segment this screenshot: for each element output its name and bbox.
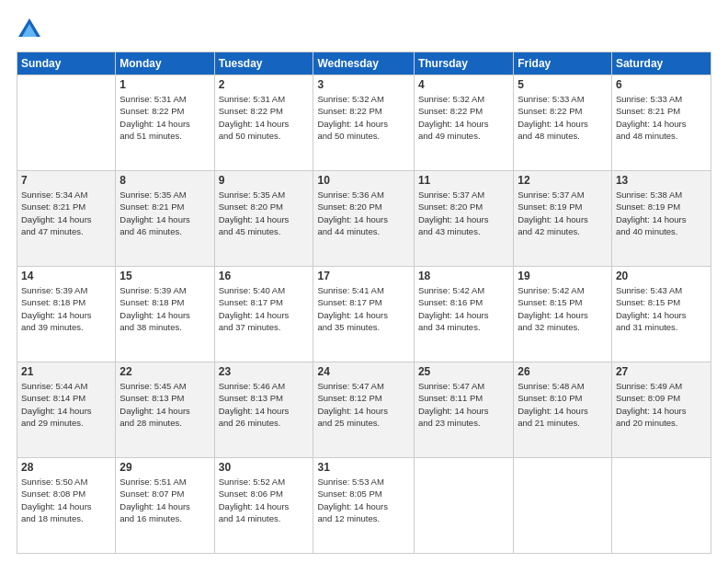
calendar-cell: 14Sunrise: 5:39 AMSunset: 8:18 PMDayligh…	[17, 267, 116, 362]
day-info: Sunrise: 5:52 AMSunset: 8:06 PMDaylight:…	[219, 476, 310, 524]
calendar-cell: 13Sunrise: 5:38 AMSunset: 8:19 PMDayligh…	[611, 171, 711, 267]
day-info: Sunrise: 5:31 AMSunset: 8:22 PMDaylight:…	[119, 93, 210, 142]
day-info: Sunrise: 5:43 AMSunset: 8:15 PMDaylight:…	[616, 284, 707, 333]
calendar-cell	[611, 458, 711, 554]
day-info: Sunrise: 5:32 AMSunset: 8:22 PMDaylight:…	[418, 93, 509, 142]
calendar-cell: 1Sunrise: 5:31 AMSunset: 8:22 PMDaylight…	[116, 75, 214, 171]
day-number: 7	[21, 174, 111, 187]
header-cell-sunday: Sunday	[17, 52, 116, 75]
day-info: Sunrise: 5:53 AMSunset: 8:05 PMDaylight:…	[317, 476, 409, 524]
calendar-cell: 25Sunrise: 5:47 AMSunset: 8:11 PMDayligh…	[414, 362, 513, 458]
day-number: 25	[418, 365, 509, 378]
day-number: 16	[219, 270, 310, 282]
day-number: 26	[518, 365, 608, 378]
day-number: 12	[518, 174, 608, 187]
day-number: 2	[219, 78, 310, 91]
calendar-cell: 16Sunrise: 5:40 AMSunset: 8:17 PMDayligh…	[214, 267, 313, 362]
day-info: Sunrise: 5:40 AMSunset: 8:17 PMDaylight:…	[219, 284, 310, 333]
calendar-table: SundayMondayTuesdayWednesdayThursdayFrid…	[17, 52, 711, 554]
day-info: Sunrise: 5:41 AMSunset: 8:17 PMDaylight:…	[317, 284, 409, 333]
day-number: 5	[518, 78, 608, 91]
day-info: Sunrise: 5:33 AMSunset: 8:21 PMDaylight:…	[616, 93, 707, 142]
header-cell-thursday: Thursday	[414, 52, 513, 75]
day-number: 18	[418, 270, 509, 282]
calendar-cell: 15Sunrise: 5:39 AMSunset: 8:18 PMDayligh…	[116, 267, 214, 362]
day-number: 30	[219, 461, 310, 474]
day-info: Sunrise: 5:36 AMSunset: 8:20 PMDaylight:…	[317, 189, 409, 237]
day-number: 17	[317, 270, 409, 282]
header-row: SundayMondayTuesdayWednesdayThursdayFrid…	[17, 52, 711, 75]
day-number: 23	[219, 365, 310, 378]
day-number: 27	[616, 365, 707, 378]
calendar-cell: 19Sunrise: 5:42 AMSunset: 8:15 PMDayligh…	[514, 267, 612, 362]
day-info: Sunrise: 5:35 AMSunset: 8:21 PMDaylight:…	[119, 189, 210, 237]
day-info: Sunrise: 5:33 AMSunset: 8:22 PMDaylight:…	[518, 93, 608, 142]
day-number: 19	[518, 270, 608, 282]
day-info: Sunrise: 5:47 AMSunset: 8:11 PMDaylight:…	[418, 380, 509, 429]
day-info: Sunrise: 5:32 AMSunset: 8:22 PMDaylight:…	[317, 93, 409, 142]
day-number: 10	[317, 174, 409, 187]
page: SundayMondayTuesdayWednesdayThursdayFrid…	[0, 0, 728, 563]
header-cell-saturday: Saturday	[611, 52, 711, 75]
calendar-cell: 5Sunrise: 5:33 AMSunset: 8:22 PMDaylight…	[514, 75, 612, 171]
day-info: Sunrise: 5:49 AMSunset: 8:09 PMDaylight:…	[616, 380, 707, 429]
calendar-cell: 29Sunrise: 5:51 AMSunset: 8:07 PMDayligh…	[116, 458, 214, 554]
day-number: 31	[317, 461, 409, 474]
day-info: Sunrise: 5:42 AMSunset: 8:16 PMDaylight:…	[418, 284, 509, 333]
week-row-4: 28Sunrise: 5:50 AMSunset: 8:08 PMDayligh…	[17, 458, 711, 554]
calendar-cell: 8Sunrise: 5:35 AMSunset: 8:21 PMDaylight…	[116, 171, 214, 267]
day-number: 22	[119, 365, 210, 378]
day-info: Sunrise: 5:37 AMSunset: 8:19 PMDaylight:…	[518, 189, 608, 237]
day-info: Sunrise: 5:50 AMSunset: 8:08 PMDaylight:…	[21, 476, 111, 524]
calendar-cell: 9Sunrise: 5:35 AMSunset: 8:20 PMDaylight…	[214, 171, 313, 267]
day-number: 11	[418, 174, 509, 187]
calendar-cell: 11Sunrise: 5:37 AMSunset: 8:20 PMDayligh…	[414, 171, 513, 267]
day-number: 8	[119, 174, 210, 187]
day-info: Sunrise: 5:35 AMSunset: 8:20 PMDaylight:…	[219, 189, 310, 237]
calendar-cell: 24Sunrise: 5:47 AMSunset: 8:12 PMDayligh…	[313, 362, 414, 458]
header-cell-monday: Monday	[116, 52, 214, 75]
calendar-cell: 18Sunrise: 5:42 AMSunset: 8:16 PMDayligh…	[414, 267, 513, 362]
calendar-cell: 6Sunrise: 5:33 AMSunset: 8:21 PMDaylight…	[611, 75, 711, 171]
day-info: Sunrise: 5:44 AMSunset: 8:14 PMDaylight:…	[21, 380, 111, 429]
week-row-2: 14Sunrise: 5:39 AMSunset: 8:18 PMDayligh…	[17, 267, 711, 362]
calendar-cell	[414, 458, 513, 554]
calendar-cell: 7Sunrise: 5:34 AMSunset: 8:21 PMDaylight…	[17, 171, 116, 267]
calendar-cell: 3Sunrise: 5:32 AMSunset: 8:22 PMDaylight…	[313, 75, 414, 171]
calendar-cell: 20Sunrise: 5:43 AMSunset: 8:15 PMDayligh…	[611, 267, 711, 362]
day-number: 3	[317, 78, 409, 91]
day-number: 21	[21, 365, 111, 378]
calendar-cell	[514, 458, 612, 554]
header	[17, 17, 711, 42]
day-number: 28	[21, 461, 111, 474]
day-info: Sunrise: 5:39 AMSunset: 8:18 PMDaylight:…	[21, 284, 111, 333]
day-info: Sunrise: 5:46 AMSunset: 8:13 PMDaylight:…	[219, 380, 310, 429]
day-info: Sunrise: 5:45 AMSunset: 8:13 PMDaylight:…	[119, 380, 210, 429]
day-info: Sunrise: 5:38 AMSunset: 8:19 PMDaylight:…	[616, 189, 707, 237]
week-row-3: 21Sunrise: 5:44 AMSunset: 8:14 PMDayligh…	[17, 362, 711, 458]
header-cell-wednesday: Wednesday	[313, 52, 414, 75]
logo	[17, 17, 46, 42]
day-number: 24	[317, 365, 409, 378]
calendar-cell: 28Sunrise: 5:50 AMSunset: 8:08 PMDayligh…	[17, 458, 116, 554]
calendar-cell: 10Sunrise: 5:36 AMSunset: 8:20 PMDayligh…	[313, 171, 414, 267]
day-number: 29	[119, 461, 210, 474]
day-info: Sunrise: 5:42 AMSunset: 8:15 PMDaylight:…	[518, 284, 608, 333]
calendar-cell: 17Sunrise: 5:41 AMSunset: 8:17 PMDayligh…	[313, 267, 414, 362]
calendar-cell: 23Sunrise: 5:46 AMSunset: 8:13 PMDayligh…	[214, 362, 313, 458]
day-info: Sunrise: 5:47 AMSunset: 8:12 PMDaylight:…	[317, 380, 409, 429]
day-number: 15	[119, 270, 210, 282]
header-cell-friday: Friday	[514, 52, 612, 75]
day-number: 6	[616, 78, 707, 91]
day-number: 1	[119, 78, 210, 91]
day-info: Sunrise: 5:34 AMSunset: 8:21 PMDaylight:…	[21, 189, 111, 237]
day-info: Sunrise: 5:48 AMSunset: 8:10 PMDaylight:…	[518, 380, 608, 429]
day-info: Sunrise: 5:51 AMSunset: 8:07 PMDaylight:…	[119, 476, 210, 524]
calendar-cell: 4Sunrise: 5:32 AMSunset: 8:22 PMDaylight…	[414, 75, 513, 171]
calendar-cell: 21Sunrise: 5:44 AMSunset: 8:14 PMDayligh…	[17, 362, 116, 458]
calendar-cell: 2Sunrise: 5:31 AMSunset: 8:22 PMDaylight…	[214, 75, 313, 171]
day-info: Sunrise: 5:39 AMSunset: 8:18 PMDaylight:…	[119, 284, 210, 333]
day-info: Sunrise: 5:31 AMSunset: 8:22 PMDaylight:…	[219, 93, 310, 142]
calendar-cell: 31Sunrise: 5:53 AMSunset: 8:05 PMDayligh…	[313, 458, 414, 554]
day-number: 13	[616, 174, 707, 187]
